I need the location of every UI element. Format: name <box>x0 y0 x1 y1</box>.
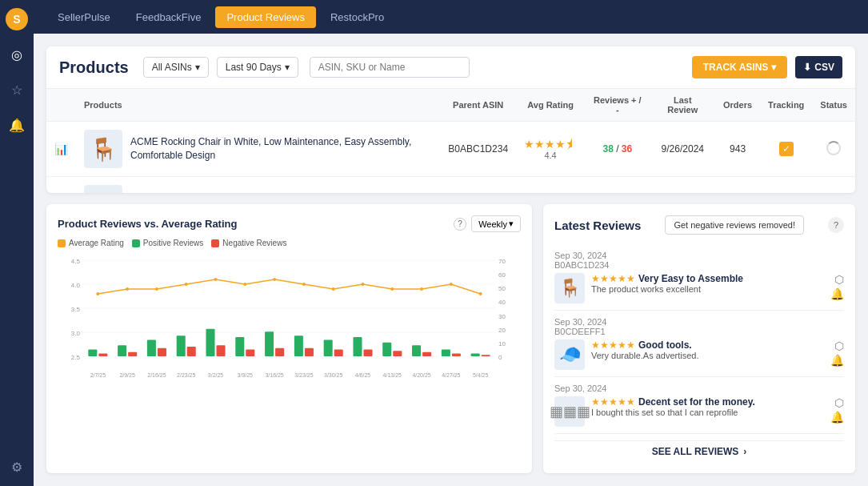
positive-count: 38 <box>602 143 613 155</box>
get-negative-reviews-btn[interactable]: Get negative reviews removed! <box>665 215 804 235</box>
svg-rect-51 <box>412 345 421 356</box>
bell-icon[interactable]: 🔔 <box>830 354 844 367</box>
review-stars: ★★★★★ <box>591 396 635 408</box>
status-cell <box>812 122 855 177</box>
svg-rect-52 <box>422 352 431 356</box>
app-logo[interactable]: S <box>6 8 28 30</box>
chart-legend: Average Rating Positive Reviews Negative… <box>58 239 521 247</box>
review-asin: B0CDEEFF1 <box>554 327 844 336</box>
svg-rect-42 <box>324 339 333 356</box>
svg-rect-58 <box>482 355 490 356</box>
filter-days-btn[interactable]: Last 90 Days ▾ <box>217 57 298 78</box>
col-status: Status <box>812 89 855 122</box>
svg-rect-24 <box>147 339 156 356</box>
sidebar-item-bell[interactable]: 🔔 <box>6 114 28 136</box>
svg-text:3/23/25: 3/23/25 <box>294 372 313 378</box>
col-orders: Orders <box>715 89 760 122</box>
rating-value: 4.4 <box>524 151 577 160</box>
see-all-reviews-btn[interactable]: SEE ALL REVIEWS › <box>554 440 844 462</box>
tracking-cell[interactable]: ✓ <box>760 177 812 194</box>
chart-header: Product Reviews vs. Average Rating ? Wee… <box>58 215 521 232</box>
negative-count: 36 <box>622 143 632 155</box>
tracking-checkbox[interactable]: ✓ <box>779 142 794 156</box>
help-icon[interactable]: ? <box>828 217 844 233</box>
svg-text:3/30/25: 3/30/25 <box>324 372 342 378</box>
products-table: Products Parent ASIN Avg Rating Reviews … <box>46 89 855 193</box>
svg-text:0: 0 <box>498 354 502 361</box>
svg-text:3/2/25: 3/2/25 <box>208 372 224 378</box>
svg-rect-34 <box>246 349 254 356</box>
status-cell <box>812 177 855 194</box>
nav-product-reviews[interactable]: Product Reviews <box>215 6 316 28</box>
svg-text:5/4/25: 5/4/25 <box>473 372 489 378</box>
chevron-right-icon: › <box>743 446 746 457</box>
review-date: Sep 30, 2024 <box>554 317 844 327</box>
svg-rect-39 <box>294 335 303 356</box>
svg-rect-28 <box>187 347 196 356</box>
review-title: Decent set for the money. <box>638 396 755 408</box>
review-product-image: 🧢 <box>554 339 585 370</box>
review-date: Sep 30, 2024 <box>554 384 844 393</box>
review-title: Very Easy to Assemble <box>638 273 743 284</box>
review-product-image: ▦▦▦ <box>554 396 585 427</box>
latest-reviews-title: Latest Reviews <box>554 219 641 232</box>
chevron-down-icon: ▾ <box>195 62 200 73</box>
legend-positive: Positive Reviews <box>132 239 204 247</box>
col-avg-rating: Avg Rating <box>516 89 585 122</box>
svg-text:40: 40 <box>498 299 506 306</box>
search-input[interactable] <box>310 57 470 78</box>
reviews-list: Sep 30, 2024 B0ABC1D234 🪑 ★★★★★ Very Eas… <box>554 244 844 434</box>
svg-point-65 <box>243 283 246 286</box>
filter-asin-btn[interactable]: All ASINs ▾ <box>143 57 209 78</box>
svg-text:4.5: 4.5 <box>71 258 81 265</box>
external-link-icon[interactable]: ⬡ <box>834 273 844 286</box>
tracking-cell[interactable]: ✓ <box>760 122 812 177</box>
products-panel: Products All ASINs ▾ Last 90 Days ▾ TRAC… <box>46 46 855 193</box>
download-icon: ⬇ <box>803 62 811 73</box>
col-tracking: Tracking <box>760 89 812 122</box>
list-item: Sep 30, 2024 B0CDEEFF1 🧢 ★★★★★ Good tool… <box>554 311 844 377</box>
product-image: 🪑 <box>84 130 122 168</box>
nav-sellerpulse[interactable]: SellerPulse <box>46 6 122 28</box>
external-link-icon[interactable]: ⬡ <box>834 396 844 409</box>
reviews-cell: 38 / 36 <box>585 122 650 177</box>
nav-restockpro[interactable]: RestockPro <box>319 6 395 28</box>
help-icon[interactable]: ? <box>454 218 466 231</box>
chart-row-icon[interactable]: 📊 <box>46 177 76 194</box>
sidebar-item-settings[interactable]: ⚙ <box>6 456 28 478</box>
product-name: ACME Rocking Chair in White, Low Mainten… <box>130 135 432 163</box>
external-link-icon[interactable]: ⬡ <box>834 339 844 352</box>
orders-cell: 943 <box>715 122 760 177</box>
svg-text:50: 50 <box>498 285 506 292</box>
orders-cell: 31 <box>715 177 760 194</box>
svg-rect-36 <box>265 331 274 356</box>
bell-icon[interactable]: 🔔 <box>830 411 844 424</box>
chart-container: 2.53.03.54.04.50102030405060702/7/252/9/… <box>58 252 521 383</box>
star-rating: ★★★★⯨ <box>524 138 577 151</box>
svg-point-62 <box>155 287 158 291</box>
nav-feedbackfive[interactable]: FeedbackFive <box>125 6 213 28</box>
col-reviews: Reviews + / - <box>585 89 650 122</box>
csv-button[interactable]: ⬇ CSV <box>795 56 842 78</box>
sidebar-item-star[interactable]: ☆ <box>6 78 28 101</box>
bell-icon[interactable]: 🔔 <box>830 287 844 300</box>
weekly-filter-btn[interactable]: Weekly ▾ <box>471 215 521 232</box>
svg-rect-21 <box>118 345 126 356</box>
svg-rect-22 <box>128 352 137 356</box>
svg-rect-27 <box>177 335 186 356</box>
svg-text:70: 70 <box>498 258 506 265</box>
main-area: SellerPulse FeedbackFive Product Reviews… <box>34 0 868 486</box>
svg-point-68 <box>332 287 335 291</box>
track-asins-button[interactable]: TRACK ASINS ▾ <box>692 56 788 78</box>
content-area: Products All ASINs ▾ Last 90 Days ▾ TRAC… <box>34 34 868 486</box>
svg-point-67 <box>302 283 306 286</box>
last-review-cell: 9/24/2024 <box>650 177 715 194</box>
chart-panel: Product Reviews vs. Average Rating ? Wee… <box>46 204 532 473</box>
svg-text:30: 30 <box>498 313 506 320</box>
product-cell: 🪑 ACME Rocking Chair in White, Low Maint… <box>84 130 432 168</box>
top-nav: SellerPulse FeedbackFive Product Reviews… <box>34 0 868 34</box>
chart-row-icon[interactable]: 📊 <box>46 122 76 177</box>
product-cell: 🧢 ACME Rocking Chair in White, Low Maint… <box>84 185 432 193</box>
sidebar-item-location[interactable]: ◎ <box>6 43 28 66</box>
svg-point-63 <box>185 283 188 286</box>
